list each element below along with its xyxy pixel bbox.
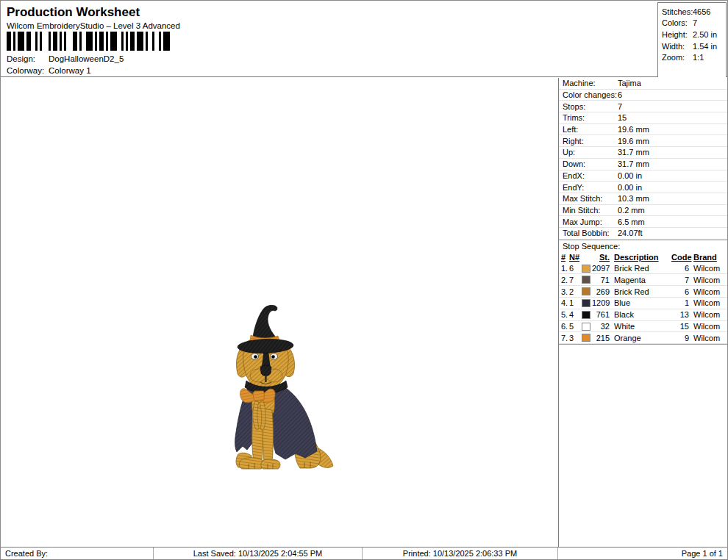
needle-num: 5	[569, 322, 579, 331]
witch-cape-right-panel	[270, 381, 317, 459]
mi-value: 19.6 mm	[618, 125, 649, 134]
thread-color-swatch	[582, 287, 590, 295]
row-num: 2.	[561, 276, 569, 284]
thread-description: Black	[614, 310, 671, 319]
mi-value: 0.2 mm	[618, 206, 645, 215]
mi-label: Trims:	[559, 113, 618, 122]
thread-brand: Wilcom	[693, 322, 726, 331]
mi-value: 15	[618, 113, 627, 122]
design-value: DogHalloweenD2_5	[49, 54, 124, 63]
row-num: 7.	[561, 334, 569, 342]
mi-value: 6	[618, 90, 622, 99]
production-worksheet-page: Production Worksheet Wilcom EmbroiderySt…	[0, 0, 728, 560]
needle-num: 3	[569, 334, 579, 342]
mi-label: EndY:	[559, 183, 618, 192]
page-title: Production Worksheet	[7, 5, 140, 20]
mi-label: Total Bobbin:	[559, 229, 618, 237]
machine-info-row: Max Stitch:10.3 mm	[559, 193, 728, 205]
stop-sequence-row: 3. 2 269 Brick Red 6 Wilcom	[559, 286, 728, 298]
stitch-count: 2097	[592, 264, 610, 273]
machine-info-panel: Machine:Tajima Color changes:6 Stops:7 T…	[558, 78, 728, 548]
machine-info-row: Stops:7	[559, 101, 728, 112]
design-canvas	[1, 78, 558, 548]
stop-sequence-row: 4. 1 1209 Blue 1 Wilcom	[559, 298, 728, 309]
col-description: Description	[614, 253, 671, 262]
thread-code: 9	[671, 334, 689, 342]
needle-num: 6	[569, 264, 579, 273]
needle-num: 1	[569, 298, 579, 307]
dog-halloween-design-preview	[232, 300, 339, 476]
stat-label: Height:	[658, 30, 693, 39]
dog-eye-right-pupil	[271, 355, 275, 359]
mi-label: Max Stitch:	[559, 194, 618, 203]
stitch-count: 761	[592, 310, 610, 319]
colorway-label: Colorway:	[7, 66, 49, 75]
machine-info-row: Total Bobbin:24.07ft	[559, 228, 728, 240]
thread-brand: Wilcom	[693, 276, 726, 284]
stop-sequence-table-end	[559, 344, 728, 345]
stat-label: Width:	[658, 42, 693, 51]
col-needle: N#	[569, 253, 579, 262]
stitch-count: 1209	[592, 298, 610, 307]
mi-value: 19.6 mm	[618, 137, 649, 146]
stitch-count: 215	[592, 334, 610, 342]
stop-sequence-row: 5. 4 761 Black 13 Wilcom	[559, 309, 728, 321]
stat-row-zoom: Zoom: 1:1	[658, 51, 726, 63]
col-brand: Brand	[693, 253, 726, 262]
needle-num: 4	[569, 310, 579, 319]
mi-value: Tajima	[618, 79, 641, 87]
machine-info-row: Down:31.7 mm	[559, 159, 728, 170]
thread-brand: Wilcom	[693, 287, 726, 296]
machine-info-row: Max Jump:6.5 mm	[559, 216, 728, 228]
thread-code: 15	[671, 322, 689, 331]
worksheet-header: Production Worksheet Wilcom EmbroiderySt…	[1, 1, 727, 77]
mi-value: 10.3 mm	[618, 194, 649, 203]
stat-value: 1:1	[693, 53, 704, 62]
needle-num: 7	[569, 276, 579, 284]
stop-sequence-header: # N# St. Description Code Brand	[559, 251, 728, 263]
mi-label: EndX:	[559, 171, 618, 180]
stop-sequence-row: 7. 3 215 Orange 9 Wilcom	[559, 332, 728, 344]
mi-label: Machine:	[559, 79, 618, 87]
design-label: Design:	[7, 54, 49, 63]
colorway-row: Colorway: Colorway 1	[7, 66, 91, 75]
row-num: 4.	[561, 298, 569, 307]
mi-label: Min Stitch:	[559, 206, 618, 215]
mi-value: 6.5 mm	[618, 218, 645, 226]
bow-knot	[254, 391, 265, 401]
thread-brand: Wilcom	[693, 298, 726, 307]
col-code: Code	[671, 253, 689, 262]
stat-label: Zoom:	[658, 53, 693, 62]
mi-label: Up:	[559, 148, 618, 157]
mi-label: Color changes:	[559, 90, 618, 99]
stat-value: 4656	[693, 7, 710, 16]
thread-brand: Wilcom	[693, 264, 726, 273]
stat-label: Colors:	[658, 18, 693, 27]
mi-label: Left:	[559, 125, 618, 134]
stitch-count: 269	[592, 287, 610, 296]
design-name-row: Design: DogHalloweenD2_5	[7, 54, 124, 63]
stop-sequence-row: 6. 5 32 White 15 Wilcom	[559, 321, 728, 333]
machine-info-row: Color changes:6	[559, 90, 728, 101]
thread-brand: Wilcom	[693, 310, 726, 319]
mi-value: 31.7 mm	[618, 148, 649, 157]
worksheet-footer: Created By: Last Saved: 10/13/2025 2:04:…	[1, 547, 727, 559]
stat-value: 7	[693, 18, 697, 27]
thread-description: Blue	[614, 298, 671, 307]
thread-color-swatch	[582, 311, 590, 319]
mi-label: Right:	[559, 137, 618, 146]
mi-label: Max Jump:	[559, 218, 618, 226]
machine-info-row: Left:19.6 mm	[559, 124, 728, 136]
dog-front-paw-left	[239, 458, 263, 469]
machine-info-row: Trims:15	[559, 112, 728, 124]
stat-label: Stitches:	[658, 7, 693, 16]
stat-row-width: Width: 1.54 in	[658, 40, 726, 52]
stop-sequence-row: 1. 6 2097 Brick Red 6 Wilcom	[559, 263, 728, 275]
machine-info-row: Right:19.6 mm	[559, 135, 728, 147]
dog-nose	[260, 365, 271, 376]
thread-code: 7	[671, 276, 689, 284]
thread-code: 13	[671, 310, 689, 319]
thread-color-swatch	[582, 299, 590, 307]
mi-value: 24.07ft	[618, 229, 643, 237]
mi-value: 0.00 in	[618, 171, 642, 180]
